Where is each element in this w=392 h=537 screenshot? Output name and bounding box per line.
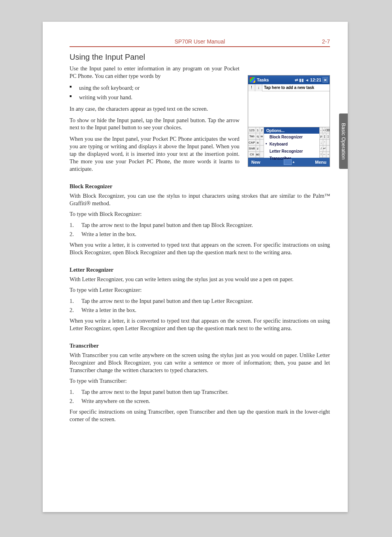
intro-block: Use the Input panel to enter information…: [70, 65, 330, 173]
paragraph: For specific instructions on using Trans…: [70, 408, 330, 423]
subsection-letter-recognizer: Letter Recognizer With Letter Recognizer…: [70, 267, 330, 332]
paragraph: To type with Transcriber:: [70, 377, 330, 385]
key[interactable]: a: [256, 140, 260, 145]
input-method-popup: Options... Block Recognizer Keyboard Let…: [264, 127, 319, 158]
input-panel-button-icon[interactable]: [284, 159, 292, 165]
list-item: Tap the arrow next to the Input panel bu…: [70, 388, 330, 396]
key-left[interactable]: ←: [322, 152, 326, 157]
subsection-transcriber: Transcriber With Transcriber you can wri…: [70, 342, 330, 423]
paragraph: When you write a letter, it is converted…: [70, 317, 330, 332]
list-item: Write a letter in the box.: [70, 230, 330, 238]
intro-p4: When you use the Input panel, your Pocke…: [70, 135, 239, 172]
numbered-list: Tap the arrow next to the Input panel bu…: [70, 388, 330, 405]
priority-button[interactable]: !: [248, 84, 255, 91]
paragraph: To type with Block Recognizer:: [70, 210, 330, 218]
popup-item-block-recognizer[interactable]: Block Recognizer: [264, 134, 319, 141]
sync-icon[interactable]: ⇄: [295, 78, 298, 82]
popup-item-letter-recognizer[interactable]: Letter Recognizer: [264, 148, 319, 155]
list-item: Tap the arrow next to the Input panel bu…: [70, 221, 330, 229]
key-ctl[interactable]: Ctl: [248, 152, 256, 157]
key[interactable]: w: [260, 133, 264, 139]
titlebar: Tasks ⇄ ▮▮ ◄ 12:21 ✕: [248, 76, 330, 84]
signal-icon[interactable]: ▮▮: [299, 78, 304, 82]
intro-text: Use the Input panel to enter information…: [70, 65, 239, 173]
start-flag-icon[interactable]: [250, 77, 255, 83]
device-screenshot: Tasks ⇄ ▮▮ ◄ 12:21 ✕ ! ↓ Tap here to add…: [248, 75, 330, 167]
app-title: Tasks: [257, 78, 269, 82]
paragraph: With Transcriber you can write anywhere …: [70, 352, 330, 374]
bullet-item: using the soft keyboard; or: [70, 84, 239, 92]
key[interactable]: q: [256, 133, 260, 139]
key[interactable]: z: [256, 146, 260, 151]
section-title: Using the Input Panel: [70, 53, 330, 62]
key[interactable]: ]: [326, 133, 330, 139]
list-item: Write a letter in the box.: [70, 306, 330, 314]
key[interactable]: 123: [248, 127, 256, 133]
numbered-list: Tap the arrow next to the Input panel bu…: [70, 221, 330, 238]
key[interactable]: 1: [256, 127, 260, 133]
intro-p1: Use the Input panel to enter information…: [70, 65, 239, 80]
key[interactable]: [260, 146, 264, 151]
header-title: SP70R User Manual: [135, 38, 265, 45]
intro-p2: In any case, the characters appear as ty…: [70, 105, 239, 113]
key[interactable]: [326, 140, 330, 145]
key[interactable]: [: [323, 133, 326, 139]
key[interactable]: =: [322, 127, 325, 133]
key[interactable]: ;: [319, 140, 323, 145]
bullet-item: writing with your hand.: [70, 93, 239, 101]
key[interactable]: -: [319, 127, 322, 133]
numbered-list: Tap the arrow next to the Input panel bu…: [70, 297, 330, 314]
key-enter[interactable]: ↵: [323, 146, 326, 151]
page-number: 2-7: [265, 38, 330, 45]
paragraph: With Letter Recognizer, you can write le…: [70, 276, 330, 283]
key[interactable]: áü: [256, 152, 260, 157]
keyboard-left-column: 12312 Tabqw CAPa Shiftz Ctláü: [248, 127, 264, 158]
popup-item-transcriber[interactable]: Transcriber: [264, 155, 319, 162]
subsection-title: Letter Recognizer: [70, 267, 330, 273]
speaker-icon[interactable]: ◄: [305, 78, 309, 82]
key[interactable]: /: [319, 146, 323, 151]
keyboard-right-column: -=⌫ p[] ;' /↵ ↑←→: [319, 127, 330, 158]
page-header: SP70R User Manual 2-7: [70, 38, 330, 47]
list-item: Tap the arrow next to the Input panel bu…: [70, 297, 330, 305]
softkey-new[interactable]: New: [251, 160, 260, 165]
paragraph: To type with Letter Recognizer:: [70, 286, 330, 294]
key-up[interactable]: ↑: [319, 152, 322, 157]
subsection-title: Transcriber: [70, 342, 330, 349]
popup-item-keyboard[interactable]: Keyboard: [264, 141, 319, 148]
options-header[interactable]: Options...: [264, 127, 319, 134]
paragraph: With Block Recognizer, you can use the s…: [70, 192, 330, 207]
paragraph: When you write a letter, it is converted…: [70, 241, 330, 256]
close-icon[interactable]: ✕: [322, 77, 328, 83]
page-content: Using the Input Panel Use the Input pane…: [70, 47, 330, 423]
subsection-block-recognizer: Block Recognizer With Block Recognizer, …: [70, 183, 330, 256]
key[interactable]: [260, 152, 264, 157]
new-task-placeholder[interactable]: Tap here to add a new task: [262, 85, 314, 90]
intro-bullets: using the soft keyboard; or writing with…: [70, 84, 239, 101]
key-tab[interactable]: Tab: [248, 133, 256, 139]
subsection-title: Block Recognizer: [70, 183, 330, 190]
sort-button[interactable]: ↓: [255, 84, 262, 91]
key[interactable]: ': [323, 140, 326, 145]
keyboard-zone: 12312 Tabqw CAPa Shiftz Ctláü Options...…: [248, 127, 330, 158]
clock-time: 12:21: [310, 78, 321, 82]
manual-page: Basic Operation SP70R User Manual 2-7 Us…: [43, 22, 348, 512]
key-right[interactable]: →: [326, 152, 330, 157]
key-shift[interactable]: Shift: [248, 146, 256, 151]
task-entry-row[interactable]: ! ↓ Tap here to add a new task: [248, 84, 330, 91]
key[interactable]: [326, 146, 330, 151]
key[interactable]: 2: [260, 127, 264, 133]
list-item: Write anywhere on the screen.: [70, 397, 330, 405]
key[interactable]: [260, 140, 264, 145]
key-backspace[interactable]: ⌫: [325, 127, 330, 133]
key[interactable]: p: [319, 133, 323, 139]
side-tab-basic-operation: Basic Operation: [339, 113, 348, 169]
intro-p3: To show or hide the Input panel, tap the…: [70, 117, 239, 132]
key-cap[interactable]: CAP: [248, 140, 256, 145]
task-body: 12312 Tabqw CAPa Shiftz Ctláü Options...…: [248, 91, 330, 158]
